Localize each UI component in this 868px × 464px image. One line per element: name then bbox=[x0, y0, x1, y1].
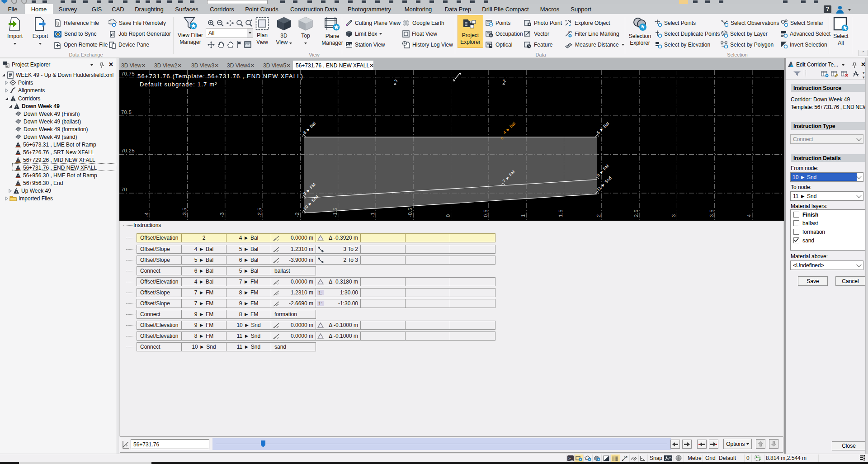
svg-text:2: 2 bbox=[596, 214, 601, 217]
svg-text:-0.5: -0.5 bbox=[407, 208, 413, 217]
svg-text:0.1: 0.1 bbox=[568, 31, 572, 33]
svg-text:0.1: 0.1 bbox=[624, 456, 628, 459]
svg-text:-1: -1 bbox=[370, 212, 375, 217]
svg-text:70.25: 70.25 bbox=[121, 148, 135, 153]
svg-text:1: 1 bbox=[520, 214, 526, 217]
svg-text:-1.5: -1.5 bbox=[332, 208, 338, 217]
svg-text:70.5: 70.5 bbox=[121, 109, 132, 115]
svg-text:3.5: 3.5 bbox=[709, 209, 714, 217]
svg-text:1:: 1: bbox=[318, 290, 322, 295]
svg-text:70.75: 70.75 bbox=[121, 71, 135, 76]
svg-text:-2.5: -2.5 bbox=[257, 208, 262, 217]
svg-text:1:: 1: bbox=[318, 301, 322, 306]
svg-text:70: 70 bbox=[121, 187, 127, 192]
svg-text:0: 0 bbox=[445, 214, 451, 217]
svg-text:56+731.76 (Template: 56+731.76: 56+731.76 (Template: 56+731.76 , END NEW… bbox=[137, 73, 303, 80]
svg-text:-3.5: -3.5 bbox=[182, 208, 187, 217]
svg-text:2.5: 2.5 bbox=[633, 209, 639, 217]
svg-text:-3: -3 bbox=[219, 212, 225, 217]
svg-text:3: 3 bbox=[671, 214, 676, 217]
svg-text:1.5: 1.5 bbox=[558, 209, 563, 217]
svg-text:-2: -2 bbox=[294, 212, 300, 217]
svg-text:-4: -4 bbox=[144, 212, 149, 217]
svg-text:0.5: 0.5 bbox=[483, 209, 488, 217]
svg-text:4: 4 bbox=[746, 214, 752, 217]
svg-text:>_: >_ bbox=[568, 456, 573, 461]
svg-text:Default subgrade: 1.7 m²: Default subgrade: 1.7 m² bbox=[140, 81, 217, 88]
